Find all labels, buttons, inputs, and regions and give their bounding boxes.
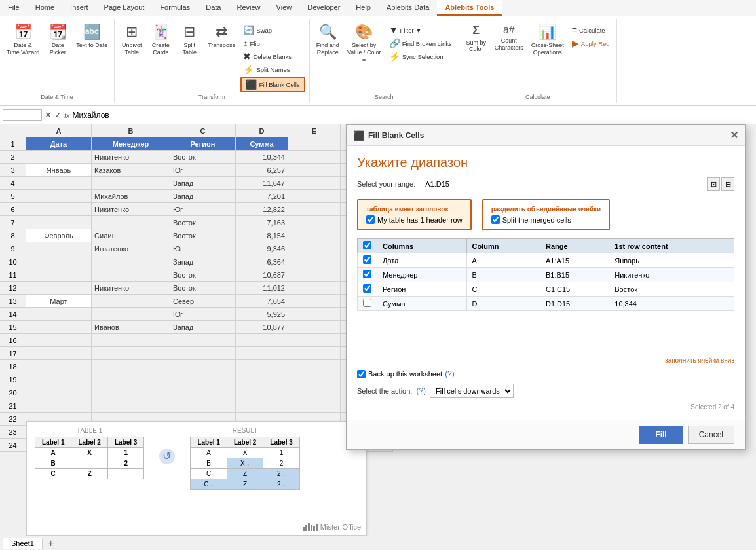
cancel-formula-icon[interactable]: ✕ xyxy=(45,110,52,120)
sum-by-color-button[interactable]: Σ Sum byColor xyxy=(463,22,489,55)
row-header-17[interactable]: 17 xyxy=(0,347,26,360)
cell-a4[interactable] xyxy=(26,177,92,190)
cell-a9[interactable] xyxy=(26,242,92,255)
cell-b2[interactable]: Никитенко xyxy=(92,151,170,164)
cell-b11[interactable] xyxy=(92,268,170,282)
tab-help[interactable]: Help xyxy=(348,0,379,16)
cell-e11[interactable] xyxy=(288,268,341,282)
apply-red-button[interactable]: ▶ Apply Red xyxy=(569,37,613,49)
select-by-value-button[interactable]: 🎨 Select byValue / Color = xyxy=(345,22,384,65)
cell-b8[interactable]: Силин xyxy=(92,229,170,242)
add-sheet-button[interactable]: + xyxy=(43,536,59,551)
action-help-icon[interactable]: (?) xyxy=(416,386,426,395)
cell-e16[interactable] xyxy=(288,334,341,347)
cell-d7[interactable]: 7,163 xyxy=(236,216,288,229)
tab-formulas[interactable]: Formulas xyxy=(152,0,198,16)
cell-b15[interactable]: Иванов xyxy=(92,321,170,334)
cell-d5[interactable]: 7,201 xyxy=(236,190,288,203)
cell-e8[interactable] xyxy=(288,229,341,242)
row-header-16[interactable]: 16 xyxy=(0,334,26,347)
cell-e10[interactable] xyxy=(288,255,341,268)
cell-b16[interactable] xyxy=(92,334,170,347)
cell-a8[interactable]: Февраль xyxy=(26,229,92,242)
cell-b1[interactable]: Менеджер xyxy=(92,138,170,151)
cell-c15[interactable]: Запад xyxy=(170,321,236,334)
cell-e2[interactable] xyxy=(288,151,341,164)
cell-a15[interactable] xyxy=(26,321,92,334)
row-header-10[interactable]: 10 xyxy=(0,255,26,268)
cell-d11[interactable]: 10,687 xyxy=(236,268,288,282)
cell-e6[interactable] xyxy=(288,203,341,216)
cell-c2[interactable]: Восток xyxy=(170,151,236,164)
filter-button[interactable]: ▼ Filter ▼ xyxy=(387,24,455,36)
cell-d15[interactable]: 10,877 xyxy=(236,321,288,334)
row-header-5[interactable]: 5 xyxy=(0,190,26,203)
formula-input[interactable] xyxy=(73,111,753,120)
col-data-checkbox-3[interactable] xyxy=(363,284,371,293)
col-data-checkbox-1[interactable] xyxy=(363,255,371,264)
cell-a1[interactable]: Дата xyxy=(26,138,92,151)
cell-e1[interactable] xyxy=(288,138,341,151)
cell-d13[interactable]: 7,654 xyxy=(236,295,288,308)
cell-a7[interactable] xyxy=(26,216,92,229)
find-replace-button[interactable]: 🔍 Find andReplace xyxy=(314,22,342,58)
unpivot-table-button[interactable]: ⊞ UnpivotTable xyxy=(119,22,145,58)
cell-c11[interactable]: Восток xyxy=(170,268,236,282)
cell-b12[interactable]: Никитенко xyxy=(92,282,170,295)
tab-ablebits-tools[interactable]: Ablebits Tools xyxy=(437,0,502,16)
row-header-3[interactable]: 3 xyxy=(0,164,26,177)
calculate-button[interactable]: = Calculate xyxy=(569,24,613,36)
cell-c16[interactable] xyxy=(170,334,236,347)
dialog-close-button[interactable]: ✕ xyxy=(730,129,738,141)
row-header-2[interactable]: 2 xyxy=(0,151,26,164)
col-data-checkbox-4[interactable] xyxy=(363,299,371,307)
row-header-13[interactable]: 13 xyxy=(0,295,26,308)
select-all-checkbox[interactable] xyxy=(363,241,371,249)
cell-d3[interactable]: 6,257 xyxy=(236,164,288,177)
cell-a12[interactable] xyxy=(26,282,92,295)
cell-e4[interactable] xyxy=(288,177,341,190)
name-box[interactable] xyxy=(3,109,42,121)
cell-d4[interactable]: 11,647 xyxy=(236,177,288,190)
row-header-15[interactable]: 15 xyxy=(0,321,26,334)
cell-a6[interactable] xyxy=(26,203,92,216)
create-cards-button[interactable]: 🃏 CreateCards xyxy=(147,22,174,58)
tab-review[interactable]: Review xyxy=(229,0,268,16)
cell-e15[interactable] xyxy=(288,321,341,334)
col-header-b[interactable]: B xyxy=(92,124,170,138)
row-header-12[interactable]: 12 xyxy=(0,282,26,295)
cell-c8[interactable]: Восток xyxy=(170,229,236,242)
cell-b14[interactable] xyxy=(92,308,170,321)
row-header-24[interactable]: 24 xyxy=(0,439,26,452)
cell-e3[interactable] xyxy=(288,164,341,177)
tab-view[interactable]: View xyxy=(269,0,300,16)
tab-page-layout[interactable]: Page Layout xyxy=(96,0,153,16)
cell-c7[interactable]: Восток xyxy=(170,216,236,229)
cell-d14[interactable]: 5,925 xyxy=(236,308,288,321)
cell-a14[interactable] xyxy=(26,308,92,321)
cell-a11[interactable] xyxy=(26,268,92,282)
cell-d10[interactable]: 6,364 xyxy=(236,255,288,268)
row-header-21[interactable]: 21 xyxy=(0,399,26,412)
row-header-11[interactable]: 11 xyxy=(0,268,26,282)
text-to-date-button[interactable]: 🔤 Text to Date xyxy=(73,22,110,51)
cell-d9[interactable]: 9,346 xyxy=(236,242,288,255)
cell-b6[interactable]: Никитенко xyxy=(92,203,170,216)
cell-b10[interactable] xyxy=(92,255,170,268)
date-time-wizard-button[interactable]: 📅 Date &Time Wizard xyxy=(4,22,42,58)
cell-b5[interactable]: Михайлов xyxy=(92,190,170,203)
cell-d16[interactable] xyxy=(236,334,288,347)
tab-ablebits-data[interactable]: Ablebits Data xyxy=(379,0,437,16)
backup-checkbox[interactable] xyxy=(357,370,366,378)
tab-file[interactable]: File xyxy=(0,0,28,16)
cell-c10[interactable]: Запад xyxy=(170,255,236,268)
row-header-22[interactable]: 22 xyxy=(0,412,26,426)
tab-insert[interactable]: Insert xyxy=(62,0,96,16)
row-header-18[interactable]: 18 xyxy=(0,360,26,373)
cell-d2[interactable]: 10,344 xyxy=(236,151,288,164)
cell-a13[interactable]: Март xyxy=(26,295,92,308)
count-characters-button[interactable]: a# CountCharacters xyxy=(492,22,526,54)
cell-c4[interactable]: Запад xyxy=(170,177,236,190)
fill-button[interactable]: Fill xyxy=(639,426,682,444)
sync-selection-button[interactable]: ⚡ Sync Selection xyxy=(387,50,455,62)
